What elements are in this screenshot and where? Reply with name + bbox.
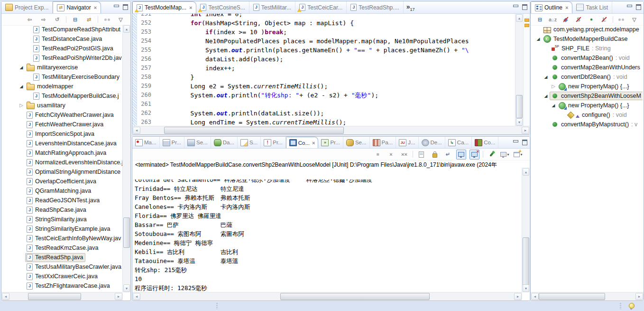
remove-launch-icon[interactable]: × — [386, 150, 396, 160]
tab-de[interactable]: De... — [419, 137, 445, 148]
maximize-icon[interactable] — [635, 4, 641, 9]
editor-hscrollbar[interactable]: ◂ ▸ — [132, 126, 530, 134]
editor-tab-testmodelmap[interactable]: TestModelMap...× — [132, 1, 196, 13]
navigator-item-normalizedlevenshteindistance-j[interactable]: NormalizedLevenshteinDistance.j — [1, 158, 123, 167]
outline-item-configure[interactable]: configure() : void — [531, 110, 643, 120]
tab-co[interactable]: Co... — [472, 137, 498, 148]
expander-open-icon[interactable]: ◢ — [534, 34, 542, 44]
expander-closed-icon[interactable]: ▷ — [18, 101, 25, 110]
scroll-up-icon[interactable]: ▴ — [516, 14, 523, 22]
navigator-item-stringsimilarity-java[interactable]: StringSimilarity.java — [1, 215, 123, 224]
hide-non-public-icon[interactable]: ● — [587, 15, 596, 25]
navigator-item-militaryexercise[interactable]: ◢militaryexercise — [1, 63, 123, 72]
code-area[interactable]: 251 int index = 0;252 for(HashMap<String… — [137, 14, 515, 126]
scroll-right-icon[interactable]: ▸ — [115, 293, 122, 300]
console-vscrollbar[interactable]: ▴ ▾ — [522, 168, 530, 292]
dropdown-caret-icon[interactable]: ▾ — [507, 152, 509, 157]
scroll-lock-icon[interactable] — [430, 150, 440, 160]
navigator-item-testreadpoishpwriter2db-jav[interactable]: TestReadPoiShpWriter2Db.jav — [1, 53, 123, 63]
scroll-down-icon[interactable]: ▾ — [123, 284, 130, 292]
navigator-hscrollbar[interactable]: ◂ ▸ — [1, 292, 123, 301]
expander-open-icon[interactable]: ◢ — [542, 72, 550, 82]
navigator-item-readgeojsontest-java[interactable]: ReadGeoJSONTest.java — [1, 196, 123, 205]
editor-tab-testmilitar[interactable]: TestMilitar... — [249, 1, 295, 13]
tab-ma[interactable]: Ma... — [132, 137, 160, 148]
scrollbar-thumb[interactable] — [164, 127, 344, 134]
word-wrap-icon[interactable]: ↵ — [443, 150, 453, 160]
tab-pr[interactable]: Pr... — [261, 137, 285, 148]
tab-se[interactable]: Se... — [184, 137, 211, 148]
navigator-item-testzhflightawarecase-java[interactable]: TestZhFlightawareCase.java — [1, 281, 123, 291]
navigator-item-fetchweathercrawer-java[interactable]: FetchWeatherCrawer.java — [1, 120, 123, 129]
editor-tab-testceicear[interactable]: TestCeicEar... — [295, 1, 347, 13]
tab-task-list[interactable]: Task List — [572, 1, 612, 13]
navigator-item-stringsimilarityexample-java[interactable]: StringSimilarityExample.java — [1, 224, 123, 234]
minimize-icon[interactable] — [113, 4, 119, 9]
navigator-item-usamilitary[interactable]: ▷usamilitary — [1, 101, 123, 110]
forward-icon[interactable]: ⇨ — [38, 15, 48, 25]
tab-da[interactable]: Da... — [211, 137, 238, 148]
lightbulb-icon[interactable] — [629, 303, 635, 309]
console-output[interactable]: Colonia del Sacramento== 科洛尼亚·德尔·沙加缅度 科洛… — [135, 179, 522, 292]
filters-icon[interactable] — [617, 15, 626, 25]
scroll-left-icon[interactable]: ◂ — [531, 293, 539, 300]
tab-ca[interactable]: Ca... — [445, 137, 472, 148]
navigator-item-readshpcase-java[interactable]: ReadShpCase.java — [1, 205, 123, 215]
tab-pr[interactable]: Pr... — [318, 137, 343, 148]
expander-open-icon[interactable]: ◢ — [18, 82, 25, 91]
tab-j[interactable]: J... — [396, 137, 418, 148]
display-console-icon[interactable]: ▾ — [500, 150, 510, 160]
close-icon[interactable]: × — [189, 5, 192, 10]
navigator-item-testreadkmzcase-java[interactable]: TestReadKmzCase.java — [1, 243, 123, 253]
expander-closed-icon[interactable]: ▷ — [550, 82, 557, 91]
outline-item-new-propertymap[interactable]: ◢new PropertyMap() {...} — [531, 101, 643, 110]
outline-item-convertmap2beanwithunders[interactable]: convertMap2BeanWithUnders — [531, 63, 643, 72]
view-menu-icon[interactable]: ▽ — [630, 15, 639, 25]
expander-open-icon[interactable]: ◢ — [542, 91, 550, 101]
pin-console-icon[interactable] — [487, 150, 497, 160]
scroll-left-icon[interactable]: ◂ — [133, 293, 140, 300]
navigator-item-testxxlcrawerceic-java[interactable]: TestXxlCrawerCeic.java — [1, 272, 123, 281]
link-with-editor-icon[interactable]: ⇄ — [84, 15, 94, 25]
sort-icon[interactable]: a↓z — [548, 15, 557, 25]
maximize-icon[interactable] — [122, 4, 128, 9]
close-icon[interactable]: × — [565, 5, 568, 10]
navigator-item-overlapcoefficient-java[interactable]: OverlapCoefficient.java — [1, 177, 123, 186]
terminate-icon[interactable]: ■ — [373, 150, 383, 160]
navigator-item-testcomparereadshpattribut[interactable]: TestCompareReadShpAttribut — [1, 25, 123, 34]
scroll-up-icon[interactable]: ▴ — [123, 25, 130, 33]
scrollbar-thumb[interactable] — [28, 293, 81, 300]
filters-icon[interactable] — [102, 15, 112, 25]
code-viewport[interactable]: 251 int index = 0;252 for(HashMap<String… — [137, 14, 515, 126]
clear-console-icon[interactable] — [416, 150, 426, 160]
scroll-right-icon[interactable]: ▸ — [635, 293, 643, 300]
navigator-item-qgrammatching-java[interactable]: QGramMatching.java — [1, 186, 123, 196]
scroll-left-icon[interactable]: ◂ — [2, 293, 9, 300]
remove-all-terminated-icon[interactable]: ×× — [399, 150, 409, 160]
tab-co[interactable]: Co...× — [286, 137, 319, 148]
show-stderr-console-icon[interactable] — [469, 150, 479, 160]
scrollbar-thumb[interactable] — [123, 217, 130, 248]
scrollbar-thumb[interactable] — [523, 237, 529, 288]
outline-item-com-yelang-project-modelmappe[interactable]: com.yelang.project.modelmappe — [531, 25, 643, 34]
outline-item-convertmapbymapstruct[interactable]: convertMapByMapstruct() : v — [531, 120, 643, 129]
outline-item-testmodelmapperbuildcase[interactable]: ◢TestModelMapperBuildCase — [531, 34, 643, 44]
outline-item-convertdbf2bean[interactable]: ◢convertDbf2Bean() : void — [531, 72, 643, 82]
navigator-item-testdistancecase-java[interactable]: TestDistanceCase.java — [1, 34, 123, 44]
expander-open-icon[interactable]: ◢ — [550, 101, 557, 110]
expander-open-icon[interactable]: ◢ — [18, 63, 25, 72]
show-stdout-console-icon[interactable] — [456, 150, 466, 160]
editor-tab-testcosines[interactable]: TestCosineS... — [196, 1, 249, 13]
maximize-icon[interactable] — [522, 139, 527, 145]
navigator-item-testusamilitarybasecrawler-java[interactable]: TestUsaMilitaryBaseCrawler.java — [1, 262, 123, 272]
collapse-all-icon[interactable]: ⊟ — [535, 15, 544, 25]
tab-project-exp[interactable]: Project Exp... — [1, 1, 53, 13]
outline-item-convertshp2beanwithloosem[interactable]: ◢convertShp2BeanWithLooseM — [531, 91, 643, 101]
navigator-item-testreadpoi2postgis-java[interactable]: TestReadPoi2PostGIS.java — [1, 44, 123, 53]
collapse-all-icon[interactable]: ⊟ — [70, 15, 80, 25]
navigator-item-testmilitaryexerciseboundary[interactable]: TestMilitaryExerciseBoundary — [1, 72, 123, 82]
hide-fields-icon[interactable]: ◆ — [561, 15, 570, 25]
minimize-icon[interactable] — [513, 139, 518, 145]
outline-item-new-propertymap[interactable]: ▷new PropertyMap() {...} — [531, 82, 643, 91]
tab-pr[interactable]: Pr... — [160, 137, 184, 148]
